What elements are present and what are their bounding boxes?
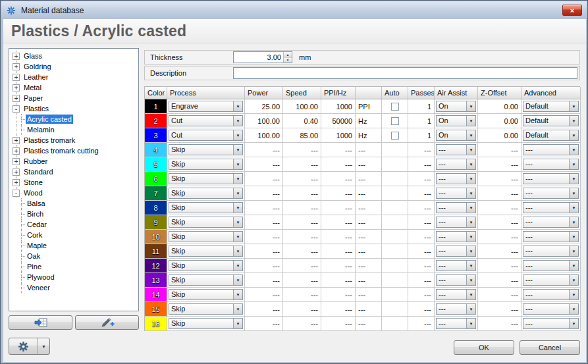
air-assist-select[interactable]: ---▼: [436, 217, 476, 228]
auto-checkbox[interactable]: [391, 117, 399, 125]
air-assist-select[interactable]: ---▼: [436, 173, 476, 184]
spinner-down-icon[interactable]: ▼: [284, 58, 292, 63]
chevron-down-icon[interactable]: ▼: [466, 174, 475, 184]
expand-plus-icon[interactable]: +: [13, 74, 20, 81]
chevron-down-icon[interactable]: ▼: [466, 145, 475, 155]
ok-button[interactable]: OK: [454, 340, 514, 355]
auto-checkbox[interactable]: [391, 103, 399, 111]
chevron-down-icon[interactable]: ▼: [466, 319, 475, 328]
chevron-down-icon[interactable]: ▼: [233, 290, 242, 299]
process-select[interactable]: Cut▼: [169, 115, 243, 126]
expand-plus-icon[interactable]: +: [13, 84, 20, 91]
expand-plus-icon[interactable]: +: [13, 179, 20, 186]
expand-plus-icon[interactable]: +: [13, 53, 20, 60]
collapse-minus-icon[interactable]: -: [13, 105, 20, 113]
process-select[interactable]: Skip▼: [169, 188, 243, 199]
chevron-down-icon[interactable]: ▼: [569, 130, 578, 140]
advanced-select[interactable]: ---▼: [523, 274, 579, 286]
chevron-down-icon[interactable]: ▼: [466, 130, 475, 140]
tree-item-acrylic-casted[interactable]: Acrylic casted: [9, 114, 138, 124]
chevron-down-icon[interactable]: ▼: [233, 319, 242, 328]
chevron-down-icon[interactable]: ▼: [233, 232, 242, 242]
chevron-down-icon[interactable]: ▼: [466, 217, 475, 227]
tree-item-veneer[interactable]: Veneer: [9, 282, 138, 293]
chevron-down-icon[interactable]: ▼: [569, 246, 578, 256]
air-assist-select[interactable]: ---▼: [436, 274, 476, 286]
auto-checkbox[interactable]: [391, 132, 399, 140]
chevron-down-icon[interactable]: ▼: [233, 116, 242, 126]
chevron-down-icon[interactable]: ▼: [569, 232, 578, 242]
chevron-down-icon[interactable]: ▼: [466, 101, 475, 111]
frequency-cell[interactable]: 1000: [321, 128, 356, 143]
thickness-input[interactable]: 3.00 ▲ ▼: [233, 51, 292, 63]
advanced-select[interactable]: ---▼: [523, 260, 579, 271]
expand-plus-icon[interactable]: +: [13, 63, 20, 70]
tree-item-stone[interactable]: +Stone: [9, 177, 138, 188]
tree-item-birch[interactable]: Birch: [9, 209, 138, 219]
speed-cell[interactable]: 0.40: [283, 114, 321, 128]
power-cell[interactable]: 25.00: [245, 99, 283, 114]
chevron-down-icon[interactable]: ▼: [466, 246, 475, 256]
power-cell[interactable]: 100.00: [245, 128, 283, 143]
passes-cell[interactable]: 1: [408, 99, 435, 114]
advanced-select[interactable]: Default▼: [523, 130, 579, 141]
air-assist-select[interactable]: ---▼: [436, 289, 476, 300]
description-input[interactable]: [233, 67, 577, 79]
tree-item-metal[interactable]: +Metal: [9, 82, 138, 93]
tree-item-standard[interactable]: +Standard: [9, 167, 138, 177]
tree-item-paper[interactable]: +Paper: [9, 93, 138, 103]
tree-item-rubber[interactable]: +Rubber: [9, 156, 138, 167]
advanced-select[interactable]: ---▼: [523, 303, 579, 315]
tree-item-plastics-tromark[interactable]: +Plastics tromark: [9, 135, 138, 145]
air-assist-select[interactable]: On▼: [436, 115, 476, 126]
expand-plus-icon[interactable]: +: [13, 95, 20, 102]
advanced-select[interactable]: Default▼: [523, 115, 579, 126]
expand-plus-icon[interactable]: +: [13, 169, 20, 176]
speed-cell[interactable]: 100.00: [283, 99, 321, 114]
air-assist-select[interactable]: ---▼: [436, 303, 476, 315]
advanced-select[interactable]: ---▼: [523, 318, 579, 329]
passes-cell[interactable]: 1: [408, 114, 435, 128]
chevron-down-icon[interactable]: ▼: [466, 203, 475, 213]
process-select[interactable]: Skip▼: [169, 202, 243, 213]
tree-item-wood[interactable]: -Wood: [9, 188, 138, 198]
chevron-down-icon[interactable]: ▼: [233, 101, 242, 111]
tree-item-plywood[interactable]: Plywood: [9, 272, 138, 282]
process-select[interactable]: Skip▼: [169, 260, 243, 271]
advanced-select[interactable]: Default▼: [523, 101, 579, 112]
chevron-down-icon[interactable]: ▼: [466, 188, 475, 198]
process-select[interactable]: Skip▼: [169, 217, 243, 228]
air-assist-select[interactable]: ---▼: [436, 144, 476, 155]
tree-item-maple[interactable]: Maple: [9, 240, 138, 251]
advanced-select[interactable]: ---▼: [523, 289, 579, 300]
chevron-down-icon[interactable]: ▼: [466, 159, 475, 169]
chevron-down-icon[interactable]: ▼: [233, 261, 242, 271]
tree-item-leather[interactable]: +Leather: [9, 72, 138, 82]
settings-button[interactable]: [9, 338, 38, 354]
process-select[interactable]: Skip▼: [169, 159, 243, 170]
chevron-down-icon[interactable]: ▼: [233, 304, 242, 314]
tree-item-balsa[interactable]: Balsa: [9, 198, 138, 209]
process-select[interactable]: Skip▼: [169, 231, 243, 242]
import-material-button[interactable]: [9, 315, 72, 330]
tree-item-melamin[interactable]: Melamin: [9, 124, 138, 135]
chevron-down-icon[interactable]: ▼: [466, 304, 475, 314]
advanced-select[interactable]: ---▼: [523, 231, 579, 242]
chevron-down-icon[interactable]: ▼: [233, 217, 242, 227]
tree-item-goldring[interactable]: +Goldring: [9, 61, 138, 72]
chevron-down-icon[interactable]: ▼: [233, 275, 242, 285]
tree-item-plastics-tromark-cutting[interactable]: +Plastics tromark cutting: [9, 145, 138, 156]
titlebar[interactable]: Material database ×: [1, 1, 587, 19]
chevron-down-icon[interactable]: ▼: [233, 188, 242, 198]
advanced-select[interactable]: ---▼: [523, 144, 579, 155]
process-select[interactable]: Skip▼: [169, 289, 243, 300]
frequency-cell[interactable]: 50000: [321, 114, 356, 128]
chevron-down-icon[interactable]: ▼: [233, 246, 242, 256]
chevron-down-icon[interactable]: ▼: [569, 261, 578, 271]
chevron-down-icon[interactable]: ▼: [233, 130, 242, 140]
chevron-down-icon[interactable]: ▼: [233, 159, 242, 169]
chevron-down-icon[interactable]: ▼: [233, 145, 242, 155]
process-select[interactable]: Skip▼: [169, 274, 243, 286]
chevron-down-icon[interactable]: ▼: [569, 116, 578, 126]
expand-plus-icon[interactable]: +: [13, 147, 20, 155]
